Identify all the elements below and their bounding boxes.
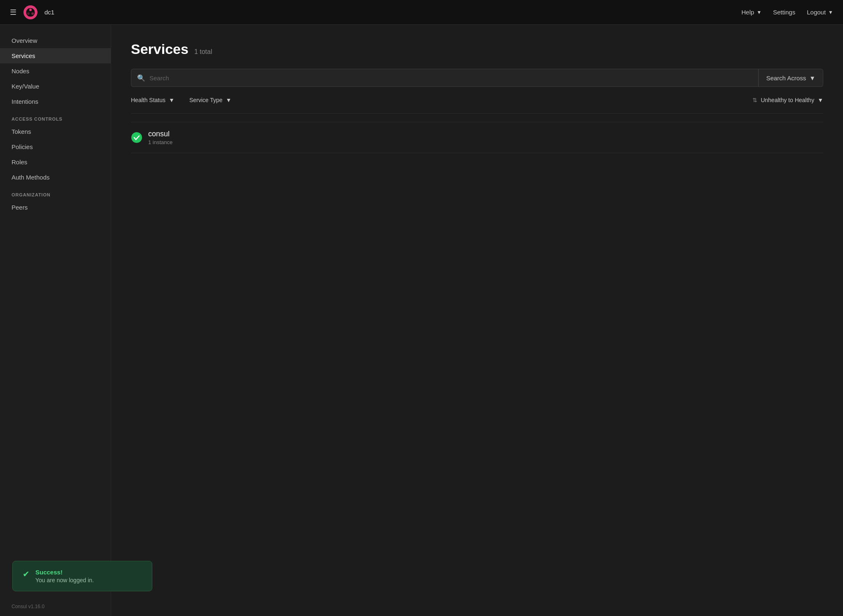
sidebar-item-key-value[interactable]: Key/Value bbox=[0, 79, 111, 94]
main-content: Services 1 total 🔍 Search Across ▼ Healt… bbox=[111, 25, 843, 616]
toast-body: You are now logged in. bbox=[35, 577, 94, 583]
sidebar-item-intentions[interactable]: Intentions bbox=[0, 94, 111, 109]
svg-point-2 bbox=[29, 9, 32, 11]
sidebar-item-policies[interactable]: Policies bbox=[0, 139, 111, 154]
page-header: Services 1 total bbox=[131, 41, 823, 57]
organization-label: ORGANIZATION bbox=[0, 185, 111, 200]
sidebar-item-overview[interactable]: Overview bbox=[0, 33, 111, 48]
health-status-filter[interactable]: Health Status ▼ bbox=[131, 93, 183, 107]
service-name: consul bbox=[148, 130, 172, 138]
svg-point-4 bbox=[27, 12, 30, 15]
sidebar-version: Consul v1.16.0 bbox=[0, 597, 56, 616]
sidebar-item-auth-methods[interactable]: Auth Methods bbox=[0, 170, 111, 185]
logout-button[interactable]: Logout ▼ bbox=[807, 9, 833, 16]
search-icon: 🔍 bbox=[137, 74, 145, 82]
sidebar: Overview Services Nodes Key/Value Intent… bbox=[0, 25, 111, 616]
service-instances: 1 instance bbox=[148, 139, 172, 145]
search-across-chevron-icon: ▼ bbox=[809, 75, 815, 82]
filter-row: Health Status ▼ Service Type ▼ ⇅ Unhealt… bbox=[131, 93, 823, 114]
service-type-filter[interactable]: Service Type ▼ bbox=[189, 93, 240, 107]
health-status-chevron-icon: ▼ bbox=[169, 97, 175, 103]
svg-point-5 bbox=[131, 132, 142, 143]
table-row[interactable]: consul 1 instance bbox=[131, 122, 823, 153]
topbar: ☰ dc1 Help ▼ Settings Logout ▼ bbox=[0, 0, 843, 25]
service-list: consul 1 instance bbox=[131, 122, 823, 153]
page-count: 1 total bbox=[194, 48, 212, 56]
logout-chevron-icon: ▼ bbox=[828, 9, 833, 15]
toast-success-icon: ✔ bbox=[23, 569, 30, 579]
help-chevron-icon: ▼ bbox=[757, 9, 761, 15]
hamburger-icon[interactable]: ☰ bbox=[10, 8, 16, 17]
search-bar-row: 🔍 Search Across ▼ bbox=[131, 69, 823, 87]
sort-filter[interactable]: ⇅ Unhealthy to Healthy ▼ bbox=[752, 93, 823, 107]
toast-notification: ✔ Success! You are now logged in. bbox=[12, 561, 152, 591]
settings-button[interactable]: Settings bbox=[773, 9, 795, 16]
service-type-chevron-icon: ▼ bbox=[226, 97, 232, 103]
sidebar-item-tokens[interactable]: Tokens bbox=[0, 124, 111, 139]
search-across-button[interactable]: Search Across ▼ bbox=[758, 69, 823, 87]
sort-chevron-icon: ▼ bbox=[817, 97, 823, 103]
consul-logo bbox=[23, 5, 38, 20]
search-input-wrap: 🔍 bbox=[131, 69, 758, 87]
toast-content: Success! You are now logged in. bbox=[35, 569, 94, 583]
sidebar-item-peers[interactable]: Peers bbox=[0, 200, 111, 215]
page-title: Services bbox=[131, 41, 189, 57]
toast-title: Success! bbox=[35, 569, 94, 576]
datacenter-label: dc1 bbox=[44, 9, 54, 16]
access-controls-label: ACCESS CONTROLS bbox=[0, 109, 111, 124]
svg-point-3 bbox=[31, 12, 34, 15]
service-info: consul 1 instance bbox=[148, 130, 172, 145]
sidebar-item-roles[interactable]: Roles bbox=[0, 154, 111, 170]
sort-icon: ⇅ bbox=[752, 97, 757, 103]
healthy-status-icon bbox=[131, 132, 142, 143]
sidebar-item-services[interactable]: Services bbox=[0, 48, 111, 63]
help-button[interactable]: Help ▼ bbox=[741, 9, 761, 16]
search-input[interactable] bbox=[149, 75, 752, 82]
sidebar-item-nodes[interactable]: Nodes bbox=[0, 63, 111, 79]
